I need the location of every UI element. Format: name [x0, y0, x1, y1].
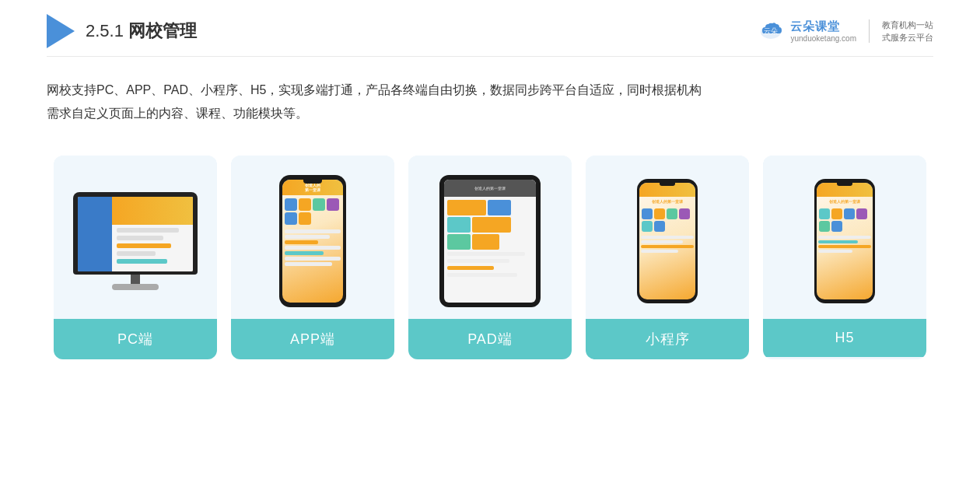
card-label-app: APP端 — [290, 331, 335, 347]
brand-text-block: 云朵课堂 yunduoketang.com — [790, 19, 856, 43]
card-miniprogram: 创造人的第一堂课 — [586, 156, 749, 359]
device-area-pad: 创造人的第一堂课 — [408, 156, 572, 319]
card-label-area-h5: H5 — [763, 319, 926, 357]
brand-logo: 云朵 云朵课堂 yunduoketang.com — [756, 16, 856, 46]
tablet-mockup-icon: 创造人的第一堂课 — [439, 175, 541, 307]
card-pc: PC端 — [54, 156, 217, 359]
brand-slogan: 教育机构一站 式服务云平台 — [882, 19, 933, 44]
phone-mockup-icon: 创造人的第一堂课 — [279, 175, 346, 307]
header: 2.5.1 网校管理 云朵 云朵课堂 yunduoketang.com 教育机构… — [47, 0, 933, 57]
page-container: 2.5.1 网校管理 云朵 云朵课堂 yunduoketang.com 教育机构… — [0, 0, 980, 490]
pc-monitor-icon — [73, 192, 198, 290]
header-brand: 云朵 云朵课堂 yunduoketang.com 教育机构一站 式服务云平台 — [756, 16, 933, 46]
brand-divider — [869, 19, 870, 43]
cloud-icon: 云朵 — [756, 16, 786, 46]
page-title: 2.5.1 网校管理 — [86, 19, 197, 43]
mini-phone-mockup-icon: 创造人的第一堂课 — [637, 179, 698, 303]
card-label-pad: PAD端 — [467, 331, 513, 347]
card-label-miniprogram: 小程序 — [646, 331, 690, 347]
brand-url: yunduoketang.com — [790, 34, 856, 43]
card-pad: 创造人的第一堂课 — [408, 156, 572, 359]
h5-phone-mockup-icon: 创造人的第一堂课 — [814, 179, 875, 303]
svg-text:云朵: 云朵 — [764, 27, 778, 35]
card-h5: 创造人的第一堂课 — [763, 156, 926, 359]
header-left: 2.5.1 网校管理 — [47, 14, 197, 48]
device-area-pc — [54, 156, 217, 319]
device-area-app: 创造人的第一堂课 — [231, 156, 394, 319]
card-app: 创造人的第一堂课 — [231, 156, 394, 359]
logo-triangle-icon — [47, 14, 75, 48]
card-label-pc: PC端 — [117, 331, 153, 347]
card-label-area-pc: PC端 — [54, 319, 217, 359]
card-label-area-pad: PAD端 — [408, 319, 572, 359]
brand-name: 云朵课堂 — [790, 19, 840, 34]
card-label-h5: H5 — [835, 330, 854, 345]
description-text: 网校支持PC、APP、PAD、小程序、H5，实现多端打通，产品各终端自由切换，数… — [47, 79, 933, 126]
device-area-h5: 创造人的第一堂课 — [763, 156, 926, 319]
device-area-miniprogram: 创造人的第一堂课 — [586, 156, 749, 319]
cards-section: PC端 创造人的第一堂课 — [47, 156, 933, 359]
card-label-area-miniprogram: 小程序 — [586, 319, 749, 359]
card-label-area-app: APP端 — [231, 319, 394, 359]
